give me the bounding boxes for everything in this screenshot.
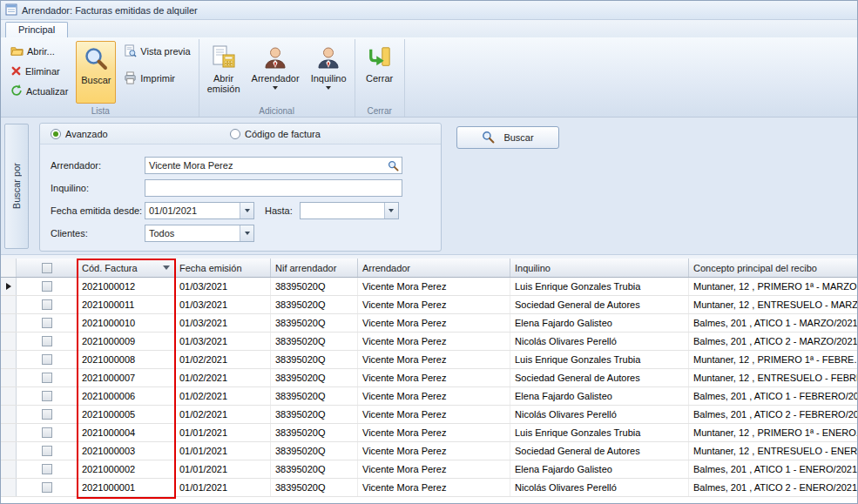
cell-nif-arrendador[interactable]: 38395020Q xyxy=(271,351,358,368)
cell-concepto[interactable]: Muntaner, 12 , ENTRESUELO - ENER... xyxy=(689,442,857,460)
cell-nif-arrendador[interactable]: 38395020Q xyxy=(271,296,358,313)
cell-cod-factura[interactable]: 2021000008 xyxy=(78,351,175,368)
cell-inquilino[interactable]: Nicolás Olivares Perelló xyxy=(510,479,689,496)
cell-inquilino[interactable]: Elena Fajardo Galisteo xyxy=(510,314,689,332)
cell-arrendador[interactable]: Vicente Mora Perez xyxy=(358,296,510,313)
cell-arrendador[interactable]: Vicente Mora Perez xyxy=(358,351,510,368)
cell-nif-arrendador[interactable]: 38395020Q xyxy=(271,442,358,460)
cell-inquilino[interactable]: Luis Enrique Gonzales Trubia xyxy=(510,351,689,368)
cell-nif-arrendador[interactable]: 38395020Q xyxy=(271,333,358,350)
chevron-down-icon[interactable] xyxy=(240,225,253,241)
table-row[interactable]: 202100000201/01/202138395020QVicente Mor… xyxy=(1,460,857,479)
cell-cod-factura[interactable]: 2021000005 xyxy=(78,406,175,423)
imprimir-button[interactable]: Imprimir xyxy=(120,70,193,87)
cell-concepto[interactable]: Balmes, 201 , ATICO 2 - MARZO/2021 xyxy=(689,333,857,350)
cell-fecha-emision[interactable]: 01/01/2021 xyxy=(175,442,271,460)
cell-fecha-emision[interactable]: 01/02/2021 xyxy=(175,406,271,423)
cell-cod-factura[interactable]: 2021000009 xyxy=(78,333,175,350)
clientes-combo[interactable]: Todos xyxy=(145,225,254,242)
cell-inquilino[interactable]: Sociedad General de Autores xyxy=(510,369,689,386)
title-bar[interactable]: Arrendador: Facturas emitidas de alquile… xyxy=(1,1,857,20)
table-row[interactable]: 202100001001/03/202138395020QVicente Mor… xyxy=(1,314,857,333)
cell-concepto[interactable]: Muntaner, 12 , PRIMERO 1ª - ENERO... xyxy=(689,424,857,441)
table-row[interactable]: 202100000801/02/202138395020QVicente Mor… xyxy=(1,351,857,369)
buscar-ribbon-button[interactable]: Buscar xyxy=(76,41,116,104)
cell-cod-factura[interactable]: 2021000010 xyxy=(78,314,175,332)
cell-fecha-emision[interactable]: 01/03/2021 xyxy=(175,278,271,295)
row-checkbox[interactable] xyxy=(42,318,52,328)
table-row[interactable]: 202100001201/03/202138395020QVicente Mor… xyxy=(1,278,857,296)
table-row[interactable]: 202100000301/01/202138395020QVicente Mor… xyxy=(1,442,857,460)
cell-fecha-emision[interactable]: 01/01/2021 xyxy=(175,479,271,496)
cell-cod-factura[interactable]: 2021000007 xyxy=(78,369,175,386)
abrir-emision-button[interactable]: Abriremisión xyxy=(204,41,244,104)
table-row[interactable]: 202100000601/02/202138395020QVicente Mor… xyxy=(1,387,857,406)
table-row[interactable]: 202100000401/01/202138395020QVicente Mor… xyxy=(1,424,857,442)
cell-fecha-emision[interactable]: 01/02/2021 xyxy=(175,351,271,368)
vista-previa-button[interactable]: Vista previa xyxy=(120,43,193,60)
table-row[interactable]: 202100000701/02/202138395020QVicente Mor… xyxy=(1,369,857,387)
row-checkbox[interactable] xyxy=(42,446,52,456)
cell-arrendador[interactable]: Vicente Mora Perez xyxy=(358,278,510,295)
table-row[interactable]: 202100000101/01/202138395020QVicente Mor… xyxy=(1,479,857,497)
fecha-desde-combo[interactable]: 01/01/2021 xyxy=(145,202,254,219)
column-header-nif-arrendador[interactable]: Nif arrendador xyxy=(271,259,358,277)
header-checkbox-cell[interactable] xyxy=(17,259,78,277)
radio-avanzado[interactable]: Avanzado xyxy=(51,129,108,139)
cell-nif-arrendador[interactable]: 38395020Q xyxy=(271,406,358,423)
inquilino-input[interactable] xyxy=(145,179,402,197)
chevron-down-icon[interactable] xyxy=(384,203,398,218)
table-row[interactable]: 202100000901/03/202138395020QVicente Mor… xyxy=(1,333,857,351)
cell-cod-factura[interactable]: 2021000004 xyxy=(78,424,175,441)
row-checkbox[interactable] xyxy=(42,427,52,438)
arrendador-input[interactable]: Vicente Mora Perez xyxy=(145,157,402,174)
cell-fecha-emision[interactable]: 01/02/2021 xyxy=(175,387,271,405)
row-checkbox[interactable] xyxy=(42,373,52,383)
cell-fecha-emision[interactable]: 01/03/2021 xyxy=(175,314,271,332)
cerrar-button[interactable]: Cerrar xyxy=(360,41,400,104)
eliminar-button[interactable]: Eliminar xyxy=(7,63,71,80)
cell-concepto[interactable]: Balmes, 201 , ATICO 2 - FEBRERO/20... xyxy=(689,406,857,423)
cell-cod-factura[interactable]: 2021000002 xyxy=(78,460,175,478)
cell-inquilino[interactable]: Sociedad General de Autores xyxy=(510,442,689,460)
cell-nif-arrendador[interactable]: 38395020Q xyxy=(271,424,358,441)
row-checkbox[interactable] xyxy=(42,336,52,346)
cell-cod-factura[interactable]: 2021000011 xyxy=(78,296,175,313)
cell-concepto[interactable]: Balmes, 201 , ATICO 1 - FEBRERO/20... xyxy=(689,387,857,405)
tab-principal[interactable]: Principal xyxy=(5,22,68,37)
cell-fecha-emision[interactable]: 01/01/2021 xyxy=(175,460,271,478)
cell-cod-factura[interactable]: 2021000006 xyxy=(78,387,175,405)
buscar-button[interactable]: Buscar xyxy=(456,126,559,149)
row-checkbox[interactable] xyxy=(42,464,52,474)
cell-nif-arrendador[interactable]: 38395020Q xyxy=(271,479,358,496)
cell-concepto[interactable]: Muntaner, 12 , PRIMERO 1ª - FEBRE... xyxy=(689,351,857,368)
cell-fecha-emision[interactable]: 01/03/2021 xyxy=(175,296,271,313)
cell-arrendador[interactable]: Vicente Mora Perez xyxy=(358,333,510,350)
cell-arrendador[interactable]: Vicente Mora Perez xyxy=(358,314,510,332)
radio-codigo-factura[interactable]: Código de factura xyxy=(230,129,321,139)
row-checkbox[interactable] xyxy=(42,354,52,365)
column-header-concepto[interactable]: Concepto principal del recibo xyxy=(689,259,857,277)
column-header-inquilino[interactable]: Inquilino xyxy=(510,259,689,277)
chevron-down-icon[interactable] xyxy=(240,203,253,218)
cell-cod-factura[interactable]: 2021000012 xyxy=(78,278,175,295)
buscar-por-side-tab[interactable]: Buscar por xyxy=(4,124,29,249)
cell-arrendador[interactable]: Vicente Mora Perez xyxy=(358,479,510,496)
cell-concepto[interactable]: Muntaner, 12 , ENTRESUELO - FEBRE... xyxy=(689,369,857,386)
cell-nif-arrendador[interactable]: 38395020Q xyxy=(271,314,358,332)
row-checkbox[interactable] xyxy=(42,281,52,292)
cell-concepto[interactable]: Balmes, 201 , ATICO 1 - MARZO/2021 xyxy=(689,314,857,332)
cell-concepto[interactable]: Muntaner, 12 , PRIMERO 1ª - MARZO... xyxy=(689,278,857,295)
cell-concepto[interactable]: Muntaner, 12 , ENTRESUELO - MARZ... xyxy=(689,296,857,313)
row-checkbox[interactable] xyxy=(42,482,52,493)
search-icon[interactable] xyxy=(387,159,400,172)
row-checkbox[interactable] xyxy=(42,299,52,310)
cell-nif-arrendador[interactable]: 38395020Q xyxy=(271,369,358,386)
cell-arrendador[interactable]: Vicente Mora Perez xyxy=(358,406,510,423)
cell-nif-arrendador[interactable]: 38395020Q xyxy=(271,278,358,295)
abrir-button[interactable]: Abrir... xyxy=(7,43,71,60)
actualizar-button[interactable]: Actualizar xyxy=(7,83,71,100)
cell-inquilino[interactable]: Sociedad General de Autores xyxy=(510,296,689,313)
cell-inquilino[interactable]: Nicolás Olivares Perelló xyxy=(510,406,689,423)
cell-arrendador[interactable]: Vicente Mora Perez xyxy=(358,460,510,478)
